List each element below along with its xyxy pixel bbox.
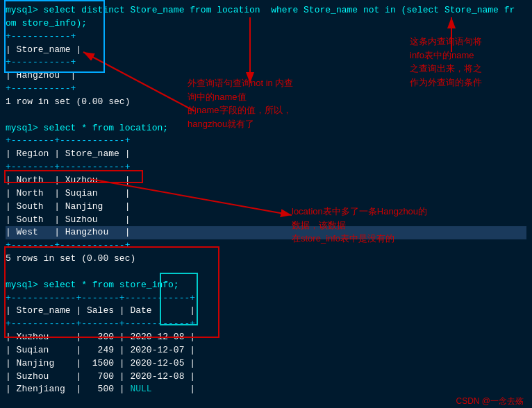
line-4: | Store_name | <box>6 44 526 57</box>
line-5: +-----------+ <box>6 56 526 69</box>
csdn-watermark: CSDN @一念去殇 <box>456 396 524 407</box>
line-30: | Zhenjiang | 500 | NULL | <box>6 383 526 394</box>
line-19: +--------+------------+ <box>6 239 526 253</box>
line-21 <box>6 266 526 279</box>
line-14: | North | Xuzhou | <box>6 174 526 187</box>
sql-text: om store_info); <box>6 18 87 28</box>
line-6: | Hangzhou | <box>6 69 526 83</box>
sql-text-3: mysql> select * from store_info; <box>6 280 179 290</box>
line-24: | Store_name | Sales | Date | <box>6 305 526 318</box>
line-22: mysql> select * from store_info; <box>6 279 526 292</box>
line-11: +--------+------------+ <box>6 135 526 148</box>
sql-text-2: mysql> select * from location; <box>6 123 168 133</box>
line-16: | South | Nanjing | <box>6 201 526 214</box>
line-7: +-----------+ <box>6 83 526 96</box>
null-val: NULL <box>130 384 151 394</box>
sql-text: mysql> select distinct Store_name from l… <box>6 5 515 15</box>
line-18: | West | Hangzhou | <box>6 226 526 239</box>
line-1: mysql> select distinct Store_name from l… <box>6 4 526 17</box>
bottom-bar: CSDN @一念去殇 <box>0 394 532 408</box>
line-15: | North | Suqian | <box>6 187 526 201</box>
line-2: om store_info); <box>6 17 526 31</box>
line-23: +------------+-------+------------+ <box>6 292 526 305</box>
line-9 <box>6 109 526 122</box>
line-29: | Suzhou | 700 | 2020-12-08 | <box>6 371 526 384</box>
line-26: | Xuzhou | 300 | 2020-12-08 | <box>6 331 526 344</box>
terminal-window: mysql> select distinct Store_name from l… <box>0 0 532 394</box>
line-10: mysql> select * from location; <box>6 122 526 135</box>
line-28: | Nanjing | 1500 | 2020-12-05 | <box>6 357 526 371</box>
terminal-content: mysql> select distinct Store_name from l… <box>6 4 526 394</box>
line-8: 1 row in set (0.00 sec) <box>6 96 526 109</box>
line-3: +-----------+ <box>6 31 526 44</box>
line-13: +--------+------------+ <box>6 161 526 174</box>
line-25: +------------+-------+------------+ <box>6 318 526 331</box>
line-17: | South | Suzhou | <box>6 214 526 227</box>
line-27: | Suqian | 249 | 2020-12-07 | <box>6 344 526 357</box>
line-20: 5 rows in set (0.00 sec) <box>6 253 526 266</box>
line-12: | Region | Store_name | <box>6 148 526 161</box>
